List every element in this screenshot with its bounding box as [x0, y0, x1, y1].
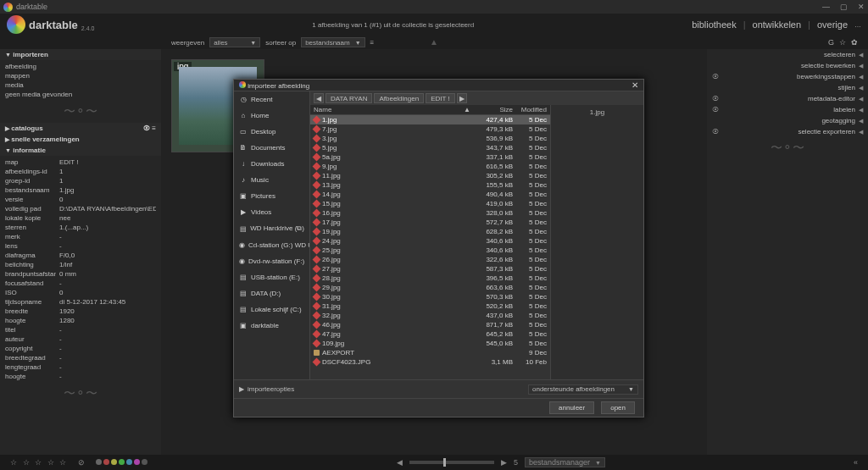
gear-icon[interactable]: ✿: [851, 38, 858, 47]
file-row[interactable]: 27.jpg587,3 kB5 Dec: [310, 264, 550, 274]
place-item[interactable]: ▣Pictures: [234, 188, 309, 204]
zoom-slider[interactable]: [409, 461, 494, 464]
place-item[interactable]: ◷Recent: [234, 91, 309, 108]
import-dialog: importeer afbeelding ✕ ◷Recent⌂Home▭Desk…: [233, 79, 644, 417]
panel-selectie-exporteren[interactable]: ⦿selectie exporteren◀: [707, 126, 868, 137]
panel-selecteren[interactable]: selecteren◀: [707, 49, 868, 60]
minimize-button[interactable]: —: [822, 3, 830, 11]
place-item[interactable]: 🗎Documents: [234, 140, 309, 156]
file-row[interactable]: 3.jpg536,9 kB5 Dec: [310, 134, 550, 143]
place-item[interactable]: ↓Downloads: [234, 156, 309, 172]
place-item[interactable]: ▤Lokale schijf (C:): [234, 301, 309, 318]
reset-icon[interactable]: ⦿: [712, 73, 719, 80]
group-icon[interactable]: G: [828, 38, 834, 47]
place-item[interactable]: ◉Dvd-rw-station (F:): [234, 253, 309, 269]
collapse-bottom-icon[interactable]: «: [854, 458, 858, 467]
panel-catalog-header[interactable]: ▶ catalogus ⦿ ≡: [0, 123, 161, 134]
file-row[interactable]: 1.jpg427,4 kB5 Dec: [310, 115, 550, 124]
layout-combo[interactable]: bestandsmanager▼: [525, 457, 605, 467]
file-row[interactable]: 28.jpg396,5 kB5 Dec: [310, 274, 550, 283]
star-icon[interactable]: ☆: [839, 38, 846, 47]
col-name[interactable]: Name ▲: [310, 105, 474, 114]
nav-other[interactable]: overige: [817, 19, 848, 30]
col-modified[interactable]: Modified: [516, 105, 550, 114]
close-button[interactable]: ✕: [858, 3, 865, 11]
place-item[interactable]: ▭Desktop: [234, 124, 309, 140]
import-item[interactable]: afbeelding: [5, 62, 156, 71]
maximize-button[interactable]: ▢: [840, 3, 848, 11]
reset-icon[interactable]: ⦿: [712, 128, 719, 135]
file-row[interactable]: 31.jpg520,2 kB5 Dec: [310, 301, 550, 311]
file-row[interactable]: 5a.jpg337,1 kB5 Dec: [310, 152, 550, 162]
color-labels[interactable]: [95, 458, 148, 467]
collapse-top-icon[interactable]: ▲: [430, 37, 438, 47]
zoom-out-icon[interactable]: ◀: [397, 458, 403, 467]
cancel-button[interactable]: annuleer: [549, 401, 594, 414]
file-row[interactable]: 30.jpg570,3 kB5 Dec: [310, 292, 550, 301]
file-row[interactable]: 14.jpg490,4 kB5 Dec: [310, 190, 550, 199]
panel-geotagging[interactable]: geotagging◀: [707, 115, 868, 126]
crumb-forward[interactable]: ▶: [457, 93, 467, 103]
file-row[interactable]: 13.jpg155,5 kB5 Dec: [310, 180, 550, 190]
nav-more-icon[interactable]: …: [854, 21, 861, 29]
file-row[interactable]: 32.jpg437,0 kB5 Dec: [310, 311, 550, 320]
image-file-icon: [313, 181, 321, 190]
file-filter-combo[interactable]: ondersteunde afbeeldingen▼: [528, 384, 638, 395]
file-row[interactable]: 11.jpg305,2 kB5 Dec: [310, 171, 550, 180]
panel-selectie-bewerken[interactable]: selectie bewerken◀: [707, 60, 868, 71]
file-row[interactable]: 109.jpg545,0 kB5 Dec: [310, 339, 550, 348]
file-row[interactable]: 7.jpg479,3 kB5 Dec: [310, 124, 550, 134]
place-item[interactable]: ▤WD Harddrive (⧉): [234, 220, 309, 237]
file-row[interactable]: 25.jpg340,6 kB5 Dec: [310, 246, 550, 255]
rating-stars[interactable]: ☆ ☆ ☆ ☆ ☆: [10, 458, 68, 467]
reset-icon[interactable]: ⦿: [712, 106, 719, 113]
crumb-back[interactable]: ◀: [314, 93, 324, 103]
file-row[interactable]: 16.jpg328,0 kB5 Dec: [310, 208, 550, 218]
filter-sort-combo[interactable]: bestandsnaam▼: [301, 37, 364, 47]
panel-collections-header[interactable]: ▶ snelle verzamelingen: [0, 134, 161, 145]
place-item[interactable]: ▣darktable: [234, 318, 309, 334]
file-row[interactable]: 17.jpg572,7 kB5 Dec: [310, 218, 550, 227]
file-row[interactable]: 15.jpg419,0 kB5 Dec: [310, 199, 550, 208]
place-item[interactable]: ▤USB-station (E:): [234, 269, 309, 285]
panel-stijlen[interactable]: stijlen◀: [707, 82, 868, 93]
import-item[interactable]: geen media gevonden: [5, 90, 156, 99]
place-item[interactable]: ♪Music: [234, 172, 309, 188]
file-row[interactable]: 26.jpg322,6 kB5 Dec: [310, 255, 550, 264]
place-item[interactable]: ▶Videos: [234, 204, 309, 220]
panel-metadata-editor[interactable]: ⦿metadata-editor◀: [707, 93, 868, 104]
file-row[interactable]: 46.jpg871,7 kB5 Dec: [310, 320, 550, 329]
import-item[interactable]: media: [5, 80, 156, 90]
nav-develop[interactable]: ontwikkelen: [753, 19, 801, 30]
crumb-segment[interactable]: EDIT !: [426, 93, 455, 103]
sort-order-icon[interactable]: ≡: [370, 39, 375, 47]
file-row[interactable]: 47.jpg645,2 kB5 Dec: [310, 329, 550, 339]
panel-bewerkingsstappen[interactable]: ⦿bewerkingsstappen◀: [707, 71, 868, 82]
file-row[interactable]: DSCF4023.JPG3,1 MB10 Feb: [310, 357, 550, 367]
reject-icon[interactable]: ⊘: [78, 458, 85, 467]
zoom-in-icon[interactable]: ▶: [501, 458, 507, 467]
file-row[interactable]: 19.jpg628,2 kB5 Dec: [310, 227, 550, 236]
place-item[interactable]: ▤DATA (D:): [234, 285, 309, 301]
dialog-close-button[interactable]: ✕: [632, 80, 638, 90]
info-label: volledig pad: [5, 204, 56, 213]
file-row[interactable]: 5.jpg343,7 kB5 Dec: [310, 143, 550, 152]
file-row[interactable]: 24.jpg340,6 kB5 Dec: [310, 236, 550, 246]
place-item[interactable]: ⌂Home: [234, 108, 309, 124]
crumb-segment[interactable]: Afbeeldingen: [374, 93, 424, 103]
col-size[interactable]: Size: [474, 105, 516, 114]
panel-info-header[interactable]: ▼ informatie: [0, 145, 161, 156]
crumb-segment[interactable]: DATA RYAN: [326, 93, 372, 103]
import-item[interactable]: mappen: [5, 71, 156, 80]
panel-labelen[interactable]: ⦿labelen◀: [707, 104, 868, 115]
file-row[interactable]: 29.jpg663,6 kB5 Dec: [310, 283, 550, 292]
reset-icon[interactable]: ⦿: [712, 95, 719, 102]
place-item[interactable]: ◉Cd-station (G:) WD Unloc: [234, 237, 309, 253]
filter-show-combo[interactable]: alles▼: [209, 37, 260, 47]
panel-import-header[interactable]: ▼ importeren: [0, 49, 161, 60]
file-row[interactable]: AEXPORT9 Dec: [310, 348, 550, 357]
nav-library[interactable]: bibliotheek: [692, 19, 737, 30]
open-button[interactable]: open: [601, 401, 635, 414]
import-options-expander[interactable]: ▶ importeeropties: [239, 385, 523, 393]
file-row[interactable]: 9.jpg616,5 kB5 Dec: [310, 162, 550, 171]
